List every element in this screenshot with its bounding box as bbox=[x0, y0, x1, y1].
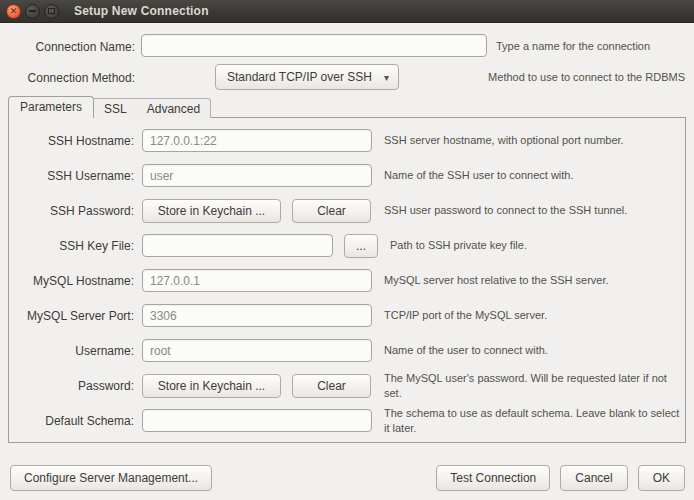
username-hint: Name of the user to connect with. bbox=[384, 343, 548, 357]
username-input[interactable] bbox=[142, 339, 372, 362]
default-schema-hint: The schema to use as default schema. Lea… bbox=[384, 406, 685, 435]
connection-name-label: Connection Name: bbox=[0, 40, 135, 54]
ssh-password-label: SSH Password: bbox=[9, 204, 134, 218]
ssh-keyfile-label: SSH Key File: bbox=[9, 239, 134, 253]
default-schema-label: Default Schema: bbox=[9, 414, 134, 428]
form-row-ssh-keyfile: SSH Key File: ... Path to SSH private ke… bbox=[9, 228, 685, 263]
ssh-clear-password-button[interactable]: Clear bbox=[292, 199, 371, 223]
ssh-hostname-hint: SSH server hostname, with optional port … bbox=[384, 133, 624, 147]
form-row-mysql-port: MySQL Server Port: TCP/IP port of the My… bbox=[9, 298, 685, 333]
mysql-port-input[interactable] bbox=[142, 304, 372, 327]
ssh-store-keychain-button[interactable]: Store in Keychain ... bbox=[142, 199, 281, 223]
tab-advanced[interactable]: Advanced bbox=[137, 100, 210, 118]
connection-method-dropdown[interactable]: Standard TCP/IP over SSH ▾ bbox=[215, 64, 399, 90]
titlebar: ✕ Setup New Connection bbox=[0, 0, 694, 23]
window-title: Setup New Connection bbox=[74, 4, 209, 18]
maximize-button[interactable] bbox=[44, 4, 59, 19]
close-icon: ✕ bbox=[10, 7, 18, 16]
cancel-button[interactable]: Cancel bbox=[560, 465, 627, 491]
ssh-hostname-label: SSH Hostname: bbox=[9, 134, 134, 148]
ok-button[interactable]: OK bbox=[638, 465, 685, 491]
test-connection-button[interactable]: Test Connection bbox=[436, 465, 550, 491]
connection-name-hint: Type a name for the connection bbox=[496, 40, 650, 52]
password-label: Password: bbox=[9, 379, 134, 393]
mysql-hostname-input[interactable] bbox=[142, 269, 372, 292]
form-row-ssh-hostname: SSH Hostname: SSH server hostname, with … bbox=[9, 123, 685, 158]
parameters-panel: SSH Hostname: SSH server hostname, with … bbox=[8, 117, 686, 443]
ssh-hostname-input[interactable] bbox=[142, 129, 372, 152]
mysql-store-keychain-button[interactable]: Store in Keychain ... bbox=[142, 374, 281, 398]
ssh-keyfile-browse-button[interactable]: ... bbox=[344, 234, 378, 258]
ssh-username-input[interactable] bbox=[142, 164, 372, 187]
ssh-username-hint: Name of the SSH user to connect with. bbox=[384, 168, 574, 182]
close-button[interactable]: ✕ bbox=[6, 4, 21, 19]
form-row-mysql-hostname: MySQL Hostname: MySQL server host relati… bbox=[9, 263, 685, 298]
connection-method-hint: Method to use to connect to the RDBMS bbox=[488, 71, 685, 83]
default-schema-input[interactable] bbox=[142, 409, 372, 432]
footer-actions: Test Connection Cancel OK bbox=[436, 465, 685, 491]
form-row-ssh-username: SSH Username: Name of the SSH user to co… bbox=[9, 158, 685, 193]
chevron-down-icon: ▾ bbox=[384, 72, 389, 83]
tab-ssl[interactable]: SSL bbox=[94, 100, 137, 118]
mysql-hostname-label: MySQL Hostname: bbox=[9, 274, 134, 288]
form-row-password: Password: Store in Keychain ... Clear Th… bbox=[9, 368, 685, 403]
tab-parameters[interactable]: Parameters bbox=[8, 96, 94, 118]
ssh-password-hint: SSH user password to connect to the SSH … bbox=[384, 203, 627, 217]
ssh-keyfile-input[interactable] bbox=[142, 234, 333, 257]
minimize-button[interactable] bbox=[25, 4, 40, 19]
form-row-default-schema: Default Schema: The schema to use as def… bbox=[9, 403, 685, 438]
tab-bar: Parameters SSL Advanced bbox=[8, 96, 211, 118]
connection-name-input[interactable] bbox=[141, 34, 487, 57]
mysql-port-hint: TCP/IP port of the MySQL server. bbox=[384, 308, 547, 322]
connection-method-value: Standard TCP/IP over SSH bbox=[227, 70, 372, 84]
connection-method-label: Connection Method: bbox=[0, 71, 135, 85]
window-controls: ✕ bbox=[6, 4, 59, 19]
ssh-username-label: SSH Username: bbox=[9, 169, 134, 183]
password-hint: The MySQL user's password. Will be reque… bbox=[384, 371, 685, 400]
username-label: Username: bbox=[9, 344, 134, 358]
configure-server-management-button[interactable]: Configure Server Management... bbox=[10, 465, 212, 491]
form-row-ssh-password: SSH Password: Store in Keychain ... Clea… bbox=[9, 193, 685, 228]
tab-group-inactive: SSL Advanced bbox=[94, 98, 211, 118]
form-row-username: Username: Name of the user to connect wi… bbox=[9, 333, 685, 368]
mysql-hostname-hint: MySQL server host relative to the SSH se… bbox=[384, 273, 609, 287]
mysql-clear-password-button[interactable]: Clear bbox=[292, 374, 371, 398]
minimize-icon bbox=[29, 10, 36, 12]
ssh-keyfile-hint: Path to SSH private key file. bbox=[390, 238, 527, 252]
mysql-port-label: MySQL Server Port: bbox=[9, 309, 134, 323]
maximize-icon bbox=[48, 8, 55, 14]
